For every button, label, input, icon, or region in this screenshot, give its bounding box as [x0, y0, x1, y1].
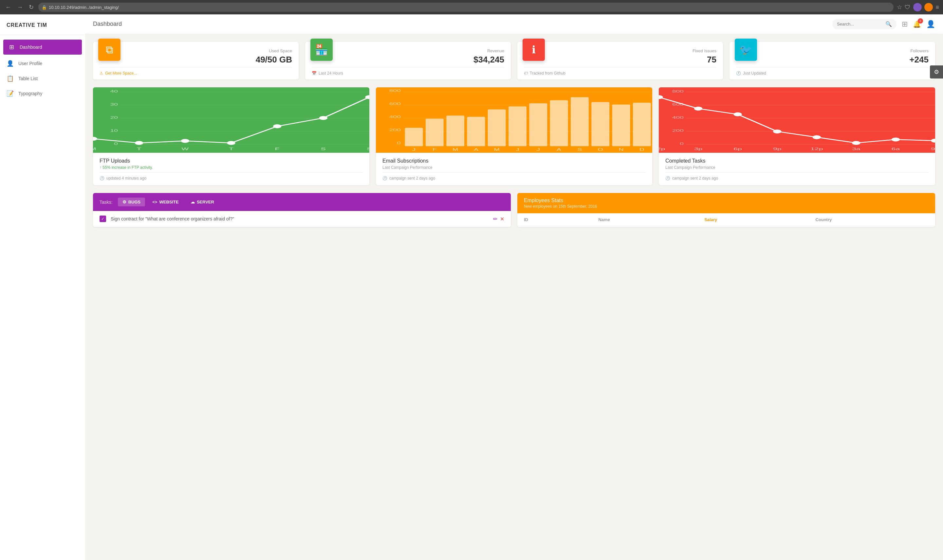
svg-text:M: M [452, 148, 458, 151]
footer-text-fixed-issues: Tracked from Github [530, 71, 565, 75]
stat-footer-followers: 🕐Just Updated [736, 68, 929, 75]
clock-icon-email-subscriptions: 🕐 [383, 176, 387, 180]
search-box[interactable]: 🔍 [832, 19, 897, 29]
browser-avatar-1 [913, 3, 922, 11]
task-tab-server[interactable]: ☁SERVER [186, 198, 219, 206]
task-tab-website[interactable]: <>WEBSITE [148, 198, 183, 206]
tasks-card: Tasks: ⚙BUGS<>WEBSITE☁SERVER ✓ Sign cont… [93, 193, 511, 227]
browser-chrome: ← → ↻ 🔒 10.10.10.249/admin../admin_stagi… [0, 0, 943, 14]
topbar-right: 🔍 ⊞ 🔔 5 👤 [832, 19, 935, 29]
browser-avatar-2 [924, 3, 933, 11]
svg-text:12p: 12p [810, 147, 823, 151]
bookmark-icon[interactable]: ☆ [897, 4, 902, 11]
stat-icon-revenue: 🏪 [310, 38, 333, 61]
sidebar-label-typography: Typography [19, 91, 42, 96]
app-container: CREATIVE TIM ⊞Dashboard👤User Profile📋Tab… [0, 14, 943, 560]
delete-icon-1[interactable]: ✕ [500, 216, 504, 222]
chart-title-completed-tasks: Completed Tasks [665, 158, 929, 164]
chart-card-ftp-uploads: 403020100 MTWTFSS FTP Uploads ↑ 55% incr… [93, 87, 369, 185]
svg-point-14 [228, 141, 235, 145]
sidebar: CREATIVE TIM ⊞Dashboard👤User Profile📋Tab… [0, 14, 85, 560]
task-tab-bugs[interactable]: ⚙BUGS [118, 198, 145, 206]
tasks-header: Tasks: ⚙BUGS<>WEBSITE☁SERVER [93, 193, 511, 211]
stat-label-fixed-issues: Fixed Issues [524, 48, 716, 53]
employees-card: Employees Stats New employees on 15th Se… [517, 193, 935, 227]
svg-text:T: T [229, 147, 233, 151]
employees-col-id: ID [517, 213, 592, 226]
search-input[interactable] [837, 22, 883, 26]
svg-text:9a: 9a [931, 147, 935, 151]
svg-rect-46 [612, 105, 630, 146]
task-actions-1: ✏ ✕ [493, 216, 504, 222]
chart-body-ftp-uploads: FTP Uploads ↑ 55% increase in FTP activi… [93, 153, 369, 185]
settings-gear[interactable]: ⚙ [930, 65, 943, 78]
user-profile-icon: 👤 [6, 60, 14, 67]
svg-point-11 [93, 137, 97, 140]
sidebar-item-dashboard[interactable]: ⊞Dashboard [3, 40, 82, 55]
task-items: ✓ Sign contract for "What are conference… [93, 211, 511, 227]
employees-header: Employees Stats New employees on 15th Se… [517, 193, 935, 213]
svg-text:0: 0 [397, 141, 401, 145]
page-title: Dashboard [93, 21, 122, 28]
svg-rect-43 [550, 100, 568, 146]
stat-footer-revenue: 📅Last 24 Hours [312, 68, 504, 75]
footer-text-followers: Just Updated [743, 71, 766, 75]
back-button[interactable]: ← [4, 3, 12, 12]
stat-content-used-space: Used Space 49/50 GB [100, 47, 292, 68]
main-content: Dashboard 🔍 ⊞ 🔔 5 👤 ⧉ Used Space 49/50 [85, 14, 943, 560]
svg-text:600: 600 [672, 103, 684, 106]
svg-text:W: W [181, 147, 189, 151]
chart-card-completed-tasks: 8006004002000 12p3p6p9p12p3a6a9a Complet… [659, 87, 935, 185]
chart-subtitle-email-subscriptions: Last Campaign Performance [383, 165, 646, 170]
user-icon[interactable]: 👤 [926, 20, 935, 28]
svg-text:T: T [137, 147, 142, 151]
svg-point-71 [659, 95, 662, 99]
chart-subtitle-ftp-uploads: ↑ 55% increase in FTP activity. [100, 165, 363, 170]
edit-icon-1[interactable]: ✏ [493, 216, 497, 222]
notifications-icon[interactable]: 🔔 5 [913, 20, 921, 28]
tasks-label: Tasks: [100, 200, 113, 205]
svg-point-13 [182, 139, 188, 143]
sidebar-item-user-profile[interactable]: 👤User Profile [0, 56, 85, 71]
search-icon[interactable]: 🔍 [885, 21, 892, 27]
svg-text:S: S [321, 147, 326, 151]
sidebar-item-table-list[interactable]: 📋Table List [0, 71, 85, 86]
sidebar-item-typography[interactable]: 📝Typography [0, 86, 85, 101]
svg-text:200: 200 [389, 128, 401, 132]
stat-card-used-space: ⧉ Used Space 49/50 GB ⚠Get More Space... [93, 42, 299, 80]
chart-subtitle-neutral: Last Campaign Performance [665, 165, 715, 170]
svg-text:3p: 3p [694, 147, 703, 151]
stat-icon-followers: 🐦 [735, 38, 757, 61]
task-checkbox-1[interactable]: ✓ [100, 215, 106, 222]
footer-text-revenue: Last 24 Hours [319, 71, 343, 75]
menu-icon[interactable]: ≡ [935, 4, 939, 11]
stat-label-followers: Followers [736, 48, 929, 53]
get-more-space-link[interactable]: Get More Space... [105, 71, 137, 75]
chart-body-email-subscriptions: Email Subscriptions Last Campaign Perfor… [376, 153, 652, 185]
grid-icon[interactable]: ⊞ [902, 20, 908, 28]
svg-text:0: 0 [680, 142, 684, 146]
notification-badge: 5 [918, 18, 923, 23]
svg-text:J: J [537, 148, 540, 151]
svg-rect-45 [591, 102, 610, 146]
svg-text:6a: 6a [892, 147, 900, 151]
task-tab-label-website: WEBSITE [159, 200, 179, 205]
svg-text:J: J [412, 148, 416, 151]
chart-area-ftp-uploads: 403020100 MTWTFSS [93, 87, 369, 153]
stat-card-fixed-issues: ℹ Fixed Issues 75 🏷Tracked from Github [517, 42, 723, 80]
forward-button[interactable]: → [16, 3, 24, 12]
svg-text:J: J [516, 148, 519, 151]
svg-text:6p: 6p [733, 147, 742, 151]
footer-icon-fixed-issues: 🏷 [524, 71, 528, 75]
employees-col-salary: Salary [698, 213, 809, 226]
browser-actions: ☆ 🛡 ≡ [897, 3, 939, 11]
svg-rect-47 [633, 103, 651, 146]
chart-footer-text-completed-tasks: campaign sent 2 days ago [672, 176, 718, 180]
refresh-button[interactable]: ↻ [28, 2, 35, 12]
address-bar[interactable]: 🔒 10.10.10.249/admin../admin_staging/ [38, 3, 894, 12]
svg-text:N: N [619, 148, 624, 151]
clock-icon-completed-tasks: 🕐 [665, 176, 670, 180]
svg-text:200: 200 [672, 129, 684, 132]
svg-text:12p: 12p [659, 147, 665, 151]
svg-rect-37 [426, 119, 444, 146]
